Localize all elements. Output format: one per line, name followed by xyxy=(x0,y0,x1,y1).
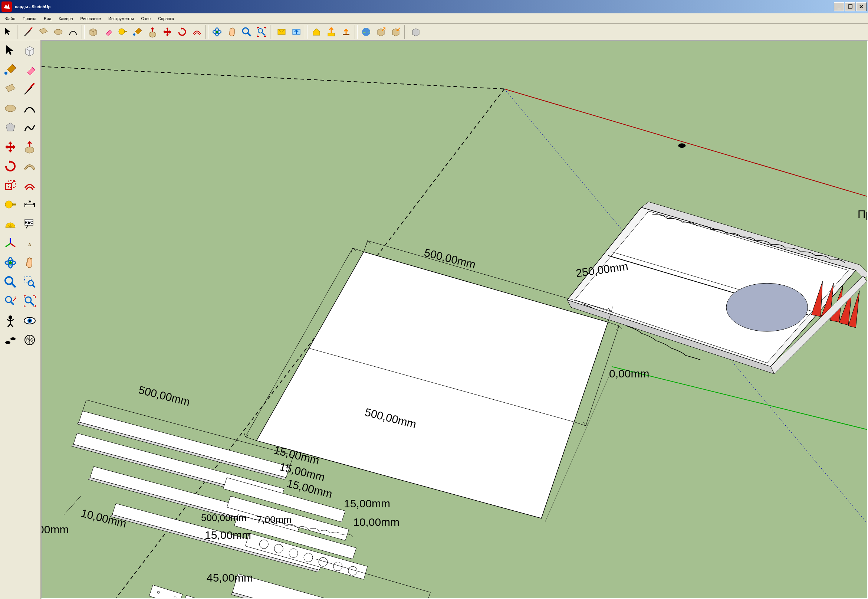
circle-side-icon[interactable] xyxy=(2,99,19,117)
position-camera-icon[interactable] xyxy=(2,312,19,330)
freehand-icon[interactable] xyxy=(21,119,39,137)
pushpull-tool-icon[interactable] xyxy=(146,25,159,39)
menu-camera[interactable]: Камера xyxy=(55,16,77,21)
menu-tools[interactable]: Инструменты xyxy=(105,16,138,21)
add-location-icon[interactable] xyxy=(275,25,288,39)
walk-icon[interactable] xyxy=(2,331,19,349)
dim-45: 45,00mm xyxy=(207,572,253,584)
3d-text-icon[interactable]: A xyxy=(21,235,39,252)
offset-side-icon[interactable] xyxy=(21,177,39,194)
axis-red xyxy=(505,89,867,196)
follow-me-icon[interactable] xyxy=(21,157,39,175)
export-icon[interactable] xyxy=(374,25,388,39)
rectangle-tool-icon[interactable] xyxy=(36,25,50,39)
pan-tool-icon[interactable] xyxy=(225,25,239,39)
svg-text:P-S: P-S xyxy=(26,338,33,342)
select-tool-icon[interactable] xyxy=(2,25,16,39)
offset-tool-icon[interactable] xyxy=(190,25,204,39)
circle-tool-icon[interactable] xyxy=(51,25,65,39)
svg-point-34 xyxy=(11,337,16,340)
menu-file[interactable]: Файл xyxy=(2,16,19,21)
tape-tool-icon[interactable] xyxy=(116,25,130,39)
pan-side-icon[interactable] xyxy=(21,254,39,272)
svg-text:✱: ✱ xyxy=(28,199,32,204)
eraser-tool-icon[interactable] xyxy=(101,25,115,39)
menu-view[interactable]: Вид xyxy=(40,16,55,21)
axes-icon[interactable] xyxy=(2,235,19,252)
prev-view-icon[interactable] xyxy=(2,292,19,310)
menu-edit[interactable]: Правка xyxy=(19,16,40,21)
orbit-tool-icon[interactable] xyxy=(210,25,224,39)
component-icon[interactable] xyxy=(21,42,39,59)
paint-bucket-side-icon[interactable] xyxy=(2,61,19,79)
svg-point-32 xyxy=(29,319,31,322)
get-models-icon[interactable] xyxy=(289,25,303,39)
protractor-icon[interactable] xyxy=(2,215,19,233)
zoom-window-icon[interactable] xyxy=(21,273,39,291)
move-tool-icon[interactable] xyxy=(160,25,174,39)
google-earth-icon[interactable] xyxy=(359,25,373,39)
menu-help[interactable]: Справка xyxy=(154,16,178,21)
title-bar: нарды - SketchUp _ ❐ ✕ xyxy=(0,0,868,14)
line-tool-icon[interactable] xyxy=(21,25,36,39)
menu-draw[interactable]: Рисование xyxy=(77,16,105,21)
axis-green xyxy=(612,367,867,430)
move-side-icon[interactable] xyxy=(2,138,19,156)
warehouse-icon[interactable] xyxy=(309,25,323,39)
menu-window[interactable]: Окно xyxy=(138,16,155,21)
scale-icon[interactable] xyxy=(2,177,19,194)
svg-point-2 xyxy=(133,33,135,36)
eraser-side-icon[interactable] xyxy=(21,61,39,79)
maximize-button[interactable]: ❐ xyxy=(845,2,855,11)
import-icon[interactable] xyxy=(389,25,403,39)
dim-500b: 500,00mm xyxy=(201,512,247,524)
svg-point-16 xyxy=(5,201,13,208)
svg-point-7 xyxy=(258,29,263,33)
svg-point-26 xyxy=(28,281,33,286)
side-toolbar: ✱ REC A P-S xyxy=(0,40,41,599)
select-icon[interactable] xyxy=(2,42,19,59)
paint-bucket-icon[interactable] xyxy=(131,25,145,39)
look-around-icon[interactable] xyxy=(21,312,39,330)
app-icon xyxy=(2,2,12,12)
dimension-icon[interactable]: ✱ xyxy=(21,196,39,214)
zoom-extents-icon[interactable] xyxy=(254,25,269,39)
upload-icon[interactable] xyxy=(339,25,353,39)
section-icon[interactable]: P-S xyxy=(21,331,39,349)
arc-side-icon[interactable] xyxy=(21,99,39,117)
tape-side-icon[interactable] xyxy=(2,196,19,214)
minimize-button[interactable]: _ xyxy=(834,2,844,11)
viewport-3d[interactable]: 500,00mm 250,00mm 500,00mm 500,00mm 250,… xyxy=(41,40,868,599)
top-toolbar xyxy=(0,24,868,40)
svg-rect-25 xyxy=(24,277,31,282)
arc-tool-icon[interactable] xyxy=(66,25,80,39)
svg-rect-10 xyxy=(328,33,335,36)
dim-15e: 15,00mm xyxy=(344,497,390,510)
svg-point-27 xyxy=(6,296,12,303)
close-button[interactable]: ✕ xyxy=(856,2,866,11)
svg-point-12 xyxy=(5,72,8,75)
zoom-extents-side-icon[interactable] xyxy=(21,292,39,310)
svg-point-13 xyxy=(5,105,16,112)
line-side-icon[interactable] xyxy=(21,80,39,98)
orbit-side-icon[interactable] xyxy=(2,254,19,272)
text-icon[interactable]: REC xyxy=(21,215,39,233)
zoom-tool-icon[interactable] xyxy=(240,25,254,39)
dim-0: 0,00mm xyxy=(609,367,649,380)
dim-3: 3,00mm xyxy=(41,523,69,536)
svg-point-6 xyxy=(243,28,249,34)
share-model-icon[interactable] xyxy=(324,25,338,39)
pushpull-side-icon[interactable] xyxy=(21,138,39,156)
zoom-side-icon[interactable] xyxy=(2,273,19,291)
rotate-tool-icon[interactable] xyxy=(175,25,189,39)
rotate-side-icon[interactable] xyxy=(2,157,19,175)
dim-10b: 10,00mm xyxy=(353,516,399,528)
polygon-icon[interactable] xyxy=(2,119,19,137)
rectangle-side-icon[interactable] xyxy=(2,80,19,98)
window-title: нарды - SketchUp xyxy=(15,5,50,9)
backgammon-board xyxy=(567,202,867,374)
make-component-icon[interactable] xyxy=(86,25,100,39)
axis-dashed-1 xyxy=(42,63,505,89)
svg-point-5 xyxy=(216,31,218,33)
preview-icon[interactable] xyxy=(409,25,423,39)
